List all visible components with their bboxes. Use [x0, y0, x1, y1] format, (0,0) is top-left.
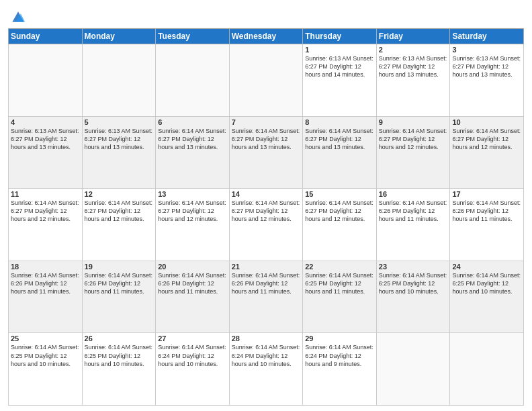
calendar-cell: 17Sunrise: 6:14 AM Sunset: 6:26 PM Dayli… — [450, 189, 524, 261]
day-number: 15 — [305, 190, 374, 198]
calendar-cell: 10Sunrise: 6:14 AM Sunset: 6:27 PM Dayli… — [450, 116, 524, 189]
calendar-cell: 5Sunrise: 6:13 AM Sunset: 6:27 PM Daylig… — [82, 116, 156, 189]
day-number: 23 — [379, 263, 448, 271]
day-number: 6 — [158, 118, 227, 126]
calendar-cell — [229, 44, 303, 117]
day-number: 28 — [232, 334, 301, 342]
day-number: 19 — [85, 263, 154, 271]
day-number: 25 — [11, 334, 80, 342]
day-number: 11 — [11, 190, 80, 198]
calendar-cell: 25Sunrise: 6:14 AM Sunset: 6:25 PM Dayli… — [9, 333, 83, 406]
calendar-cell: 7Sunrise: 6:14 AM Sunset: 6:27 PM Daylig… — [229, 116, 303, 189]
calendar-cell: 27Sunrise: 6:14 AM Sunset: 6:24 PM Dayli… — [156, 333, 230, 406]
day-number: 10 — [452, 118, 521, 126]
calendar-cell: 23Sunrise: 6:14 AM Sunset: 6:25 PM Dayli… — [376, 261, 450, 333]
calendar-cell: 19Sunrise: 6:14 AM Sunset: 6:26 PM Dayli… — [82, 261, 156, 333]
day-info: Sunrise: 6:14 AM Sunset: 6:27 PM Dayligh… — [232, 199, 301, 223]
day-number: 5 — [85, 118, 154, 126]
day-info: Sunrise: 6:14 AM Sunset: 6:24 PM Dayligh… — [232, 343, 301, 367]
calendar-cell: 1Sunrise: 6:13 AM Sunset: 6:27 PM Daylig… — [303, 44, 377, 117]
day-info: Sunrise: 6:13 AM Sunset: 6:27 PM Dayligh… — [305, 54, 374, 79]
day-number: 27 — [158, 334, 227, 342]
calendar-cell: 2Sunrise: 6:13 AM Sunset: 6:27 PM Daylig… — [376, 44, 450, 117]
calendar-cell: 22Sunrise: 6:14 AM Sunset: 6:25 PM Dayli… — [303, 261, 377, 333]
calendar-cell: 16Sunrise: 6:14 AM Sunset: 6:26 PM Dayli… — [376, 189, 450, 261]
day-info: Sunrise: 6:14 AM Sunset: 6:26 PM Dayligh… — [379, 199, 448, 223]
calendar-cell: 26Sunrise: 6:14 AM Sunset: 6:25 PM Dayli… — [82, 333, 156, 406]
calendar-cell: 9Sunrise: 6:14 AM Sunset: 6:27 PM Daylig… — [376, 116, 450, 189]
day-number: 4 — [11, 118, 80, 126]
day-number: 24 — [452, 263, 521, 271]
day-info: Sunrise: 6:14 AM Sunset: 6:26 PM Dayligh… — [232, 271, 301, 295]
calendar-cell: 15Sunrise: 6:14 AM Sunset: 6:27 PM Dayli… — [303, 189, 377, 261]
calendar-cell: 8Sunrise: 6:14 AM Sunset: 6:27 PM Daylig… — [303, 116, 377, 189]
day-info: Sunrise: 6:14 AM Sunset: 6:27 PM Dayligh… — [452, 127, 521, 151]
day-info: Sunrise: 6:14 AM Sunset: 6:27 PM Dayligh… — [232, 127, 301, 151]
day-number: 26 — [85, 334, 154, 342]
day-number: 12 — [85, 190, 154, 198]
day-info: Sunrise: 6:14 AM Sunset: 6:27 PM Dayligh… — [379, 127, 448, 151]
day-number: 9 — [379, 118, 448, 126]
calendar-cell — [82, 44, 156, 117]
calendar-cell: 4Sunrise: 6:13 AM Sunset: 6:27 PM Daylig… — [9, 116, 83, 189]
day-info: Sunrise: 6:14 AM Sunset: 6:25 PM Dayligh… — [379, 271, 448, 295]
col-header-tuesday: Tuesday — [156, 29, 230, 44]
page: SundayMondayTuesdayWednesdayThursdayFrid… — [0, 0, 532, 411]
col-header-sunday: Sunday — [9, 29, 83, 44]
day-info: Sunrise: 6:13 AM Sunset: 6:27 PM Dayligh… — [452, 54, 521, 79]
day-info: Sunrise: 6:14 AM Sunset: 6:27 PM Dayligh… — [158, 199, 227, 223]
day-number: 13 — [158, 190, 227, 198]
day-info: Sunrise: 6:14 AM Sunset: 6:27 PM Dayligh… — [305, 127, 374, 151]
day-number: 7 — [232, 118, 301, 126]
day-number: 16 — [379, 190, 448, 198]
day-number: 20 — [158, 263, 227, 271]
calendar-cell: 18Sunrise: 6:14 AM Sunset: 6:26 PM Dayli… — [9, 261, 83, 333]
day-number: 17 — [452, 190, 521, 198]
day-info: Sunrise: 6:14 AM Sunset: 6:26 PM Dayligh… — [158, 271, 227, 295]
day-info: Sunrise: 6:14 AM Sunset: 6:25 PM Dayligh… — [85, 343, 154, 367]
day-info: Sunrise: 6:14 AM Sunset: 6:27 PM Dayligh… — [11, 199, 80, 223]
week-row-3: 11Sunrise: 6:14 AM Sunset: 6:27 PM Dayli… — [9, 189, 524, 261]
day-info: Sunrise: 6:13 AM Sunset: 6:27 PM Dayligh… — [379, 54, 448, 79]
day-info: Sunrise: 6:14 AM Sunset: 6:26 PM Dayligh… — [85, 271, 154, 295]
col-header-friday: Friday — [376, 29, 450, 44]
day-number: 29 — [305, 334, 374, 342]
day-number: 14 — [232, 190, 301, 198]
day-info: Sunrise: 6:14 AM Sunset: 6:26 PM Dayligh… — [452, 199, 521, 223]
week-row-2: 4Sunrise: 6:13 AM Sunset: 6:27 PM Daylig… — [9, 116, 524, 189]
week-row-5: 25Sunrise: 6:14 AM Sunset: 6:25 PM Dayli… — [9, 333, 524, 406]
calendar-cell: 13Sunrise: 6:14 AM Sunset: 6:27 PM Dayli… — [156, 189, 230, 261]
day-info: Sunrise: 6:14 AM Sunset: 6:27 PM Dayligh… — [85, 199, 154, 223]
day-info: Sunrise: 6:14 AM Sunset: 6:24 PM Dayligh… — [158, 343, 227, 367]
calendar-cell — [9, 44, 83, 117]
day-number: 8 — [305, 118, 374, 126]
calendar-cell: 21Sunrise: 6:14 AM Sunset: 6:26 PM Dayli… — [229, 261, 303, 333]
day-number: 2 — [379, 46, 448, 54]
calendar-cell: 29Sunrise: 6:14 AM Sunset: 6:24 PM Dayli… — [303, 333, 377, 406]
header-row: SundayMondayTuesdayWednesdayThursdayFrid… — [9, 29, 524, 44]
day-number: 22 — [305, 263, 374, 271]
header — [8, 7, 524, 24]
day-info: Sunrise: 6:13 AM Sunset: 6:27 PM Dayligh… — [85, 127, 154, 151]
day-info: Sunrise: 6:13 AM Sunset: 6:27 PM Dayligh… — [11, 127, 80, 151]
calendar-cell — [450, 333, 524, 406]
calendar-cell: 20Sunrise: 6:14 AM Sunset: 6:26 PM Dayli… — [156, 261, 230, 333]
day-number: 3 — [452, 46, 521, 54]
calendar-cell: 3Sunrise: 6:13 AM Sunset: 6:27 PM Daylig… — [450, 44, 524, 117]
calendar-cell — [376, 333, 450, 406]
col-header-wednesday: Wednesday — [229, 29, 303, 44]
calendar-cell: 12Sunrise: 6:14 AM Sunset: 6:27 PM Dayli… — [82, 189, 156, 261]
day-number: 18 — [11, 263, 80, 271]
week-row-1: 1Sunrise: 6:13 AM Sunset: 6:27 PM Daylig… — [9, 44, 524, 117]
day-number: 21 — [232, 263, 301, 271]
week-row-4: 18Sunrise: 6:14 AM Sunset: 6:26 PM Dayli… — [9, 261, 524, 333]
calendar-cell: 11Sunrise: 6:14 AM Sunset: 6:27 PM Dayli… — [9, 189, 83, 261]
day-info: Sunrise: 6:14 AM Sunset: 6:24 PM Dayligh… — [305, 343, 374, 367]
calendar-cell: 14Sunrise: 6:14 AM Sunset: 6:27 PM Dayli… — [229, 189, 303, 261]
day-info: Sunrise: 6:14 AM Sunset: 6:26 PM Dayligh… — [11, 271, 80, 295]
day-info: Sunrise: 6:14 AM Sunset: 6:27 PM Dayligh… — [305, 199, 374, 223]
col-header-saturday: Saturday — [450, 29, 524, 44]
day-info: Sunrise: 6:14 AM Sunset: 6:25 PM Dayligh… — [11, 343, 80, 367]
calendar-table: SundayMondayTuesdayWednesdayThursdayFrid… — [8, 28, 524, 406]
calendar-cell — [156, 44, 230, 117]
